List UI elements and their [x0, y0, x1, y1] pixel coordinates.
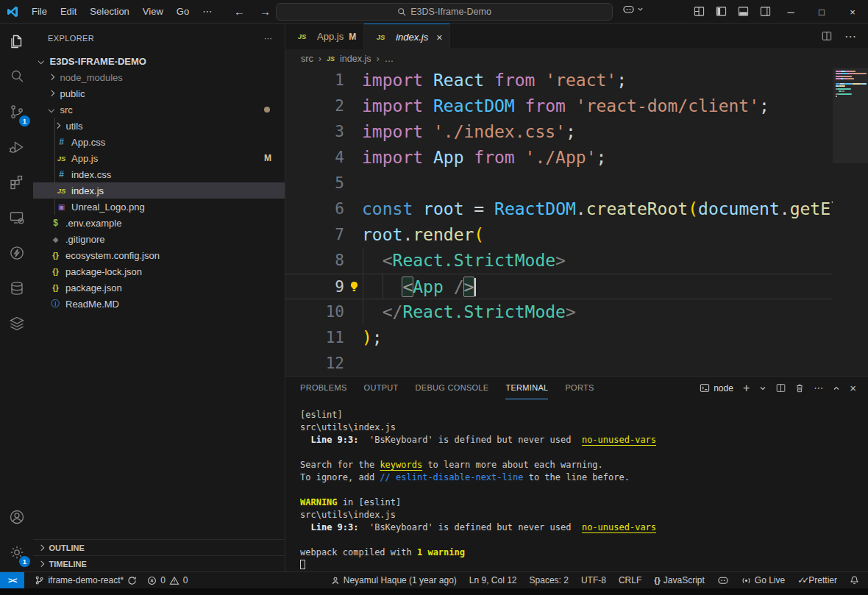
menu-edit[interactable]: Edit [54, 0, 83, 24]
activity-thunder-client[interactable] [0, 235, 33, 271]
tree-item-ecosystem.config.json[interactable]: {}ecosystem.config.json [33, 247, 285, 263]
tree-item-E3DS-IFRAME-DEMO[interactable]: E3DS-IFRAME-DEMO [33, 53, 285, 69]
tree-item-package.json[interactable]: {}package.json [33, 279, 285, 296]
git-branch-item[interactable]: iframe-demo-react* [35, 575, 137, 585]
close-button[interactable]: × [837, 0, 868, 24]
prettier-item[interactable]: ✓✓ Prettier [797, 575, 837, 585]
activity-settings[interactable]: 1 [0, 535, 33, 570]
panel-tab-debug-console[interactable]: DEBUG CONSOLE [416, 377, 489, 399]
sync-icon[interactable] [127, 576, 137, 585]
tree-item-.env.example[interactable]: $.env.example [33, 215, 285, 231]
chevron-right-icon [38, 561, 44, 567]
tab-app-js[interactable]: JS App.js M [285, 24, 364, 49]
tree-item-Unreal_Logo.png[interactable]: ▣Unreal_Logo.png [33, 199, 285, 215]
forward-icon[interactable]: → [260, 5, 271, 18]
tree-item-node_modules[interactable]: node_modules [33, 69, 285, 85]
activity-search[interactable] [0, 59, 33, 94]
activity-remote-explorer[interactable] [0, 200, 33, 235]
panel-actions: node + ⋯ × [700, 382, 868, 395]
language-mode[interactable]: {} JavaScript [654, 575, 705, 585]
lightbulb-icon[interactable] [349, 281, 360, 293]
breadcrumb-symbol[interactable]: … [385, 54, 394, 64]
remote-indicator[interactable]: >< [0, 572, 24, 588]
menu-selection[interactable]: Selection [83, 0, 135, 24]
breadcrumb-file[interactable]: index.js [340, 54, 371, 64]
tree-item-App.css[interactable]: #App.css [33, 134, 285, 150]
go-live-item[interactable]: Go Live [741, 575, 785, 585]
code-line-6: 6const root = ReactDOM.createRoot(docume… [285, 196, 868, 222]
vscode-logo-icon [0, 5, 25, 18]
tree-item-.gitignore[interactable]: ◆.gitignore [33, 231, 285, 247]
menu-file[interactable]: File [25, 0, 54, 24]
maximize-panel-icon[interactable] [833, 385, 840, 392]
copilot-status-icon[interactable] [717, 575, 729, 585]
menu-bar: FileEditSelectionViewGo⋯ [25, 0, 218, 24]
kill-terminal-icon[interactable] [795, 383, 804, 393]
split-editor-icon[interactable] [822, 31, 832, 41]
minimap-slider[interactable] [833, 68, 868, 163]
launch-profile-chevron-icon[interactable] [759, 385, 766, 392]
copilot-menu[interactable] [622, 4, 644, 15]
minimap[interactable] [833, 68, 868, 376]
command-center-search[interactable]: E3DS-Iframe-Demo [276, 3, 613, 21]
tree-item-index.js[interactable]: JSindex.js [33, 182, 285, 199]
activity-extensions[interactable] [0, 165, 33, 200]
new-terminal-icon[interactable]: + [743, 382, 750, 395]
encoding[interactable]: UTF-8 [581, 575, 606, 585]
cursor-position[interactable]: Ln 9, Col 12 [469, 575, 517, 585]
customize-layout-icon[interactable] [694, 6, 705, 17]
code-editor[interactable]: 1import React from 'react';2import React… [285, 68, 868, 376]
panel-tab-terminal[interactable]: TERMINAL [505, 377, 548, 399]
activity-explorer[interactable] [0, 24, 33, 59]
chevron-right-icon [49, 90, 54, 96]
timeline-section[interactable]: TIMELINE [33, 555, 285, 571]
terminal-output[interactable]: [eslint]src\utils\index.js Line 9:3: 'Bs… [300, 399, 861, 571]
activity-accounts[interactable] [0, 499, 33, 535]
menu-go[interactable]: Go [170, 0, 196, 24]
menu-view[interactable]: View [136, 0, 170, 24]
breadcrumb-src[interactable]: src [301, 54, 313, 64]
timeline-label: TIMELINE [49, 560, 87, 569]
activity-layers[interactable] [0, 306, 33, 341]
terminal-instance[interactable]: node [700, 383, 733, 393]
explorer-more-icon[interactable]: ⋯ [264, 34, 273, 43]
tree-item-utils[interactable]: utils [33, 118, 285, 134]
activity-run-debug[interactable] [0, 129, 33, 165]
minimize-button[interactable]: ─ [775, 0, 806, 24]
tab-bar: JS App.js M JS index.js × ⋯ [285, 24, 868, 49]
tree-item-public[interactable]: public [33, 85, 285, 101]
panel-tab-output[interactable]: OUTPUT [364, 377, 399, 399]
tree-item-index.css[interactable]: #index.css [33, 166, 285, 182]
close-panel-icon[interactable]: × [850, 382, 856, 394]
more-actions-icon[interactable]: ⋯ [844, 29, 856, 43]
tree-item-src[interactable]: src [33, 101, 285, 118]
outline-section[interactable]: OUTLINE [33, 539, 285, 555]
breadcrumb[interactable]: src › JS index.js › … [285, 49, 868, 68]
toggle-secondary-sidebar-icon[interactable] [760, 6, 771, 17]
commit-author: Neyamul Haque (1 year ago) [344, 575, 457, 585]
problems-item[interactable]: 0 0 [147, 575, 188, 585]
js-file-icon: JS [374, 33, 387, 41]
more-actions-icon[interactable]: ⋯ [814, 382, 823, 393]
vscode-window: FileEditSelectionViewGo⋯ ← → E3DS-Iframe… [0, 0, 868, 595]
commit-info[interactable]: Neyamul Haque (1 year ago) [331, 575, 457, 585]
menu-more[interactable]: ⋯ [196, 0, 218, 24]
toggle-primary-sidebar-icon[interactable] [716, 6, 727, 17]
code-line-11: 11); [285, 325, 868, 351]
tab-index-js[interactable]: JS index.js × [364, 24, 450, 50]
indentation[interactable]: Spaces: 2 [530, 575, 569, 585]
panel-tab-problems[interactable]: PROBLEMS [300, 377, 347, 399]
eol-sequence[interactable]: CRLF [619, 575, 641, 585]
toggle-panel-icon[interactable] [738, 6, 749, 17]
notifications-bell-icon[interactable] [850, 575, 859, 585]
tree-item-package-lock.json[interactable]: {}package-lock.json [33, 263, 285, 279]
tree-item-App.js[interactable]: JSApp.jsM [33, 150, 285, 166]
maximize-button[interactable]: □ [806, 0, 837, 24]
activity-source-control[interactable]: 1 [0, 94, 33, 129]
activity-database[interactable] [0, 271, 33, 306]
close-tab-icon[interactable]: × [436, 32, 442, 43]
tree-item-ReadMe.MD[interactable]: ⓘReadMe.MD [33, 296, 285, 312]
panel-tab-ports[interactable]: PORTS [565, 377, 594, 399]
split-terminal-icon[interactable] [776, 383, 786, 393]
back-icon[interactable]: ← [234, 5, 245, 18]
